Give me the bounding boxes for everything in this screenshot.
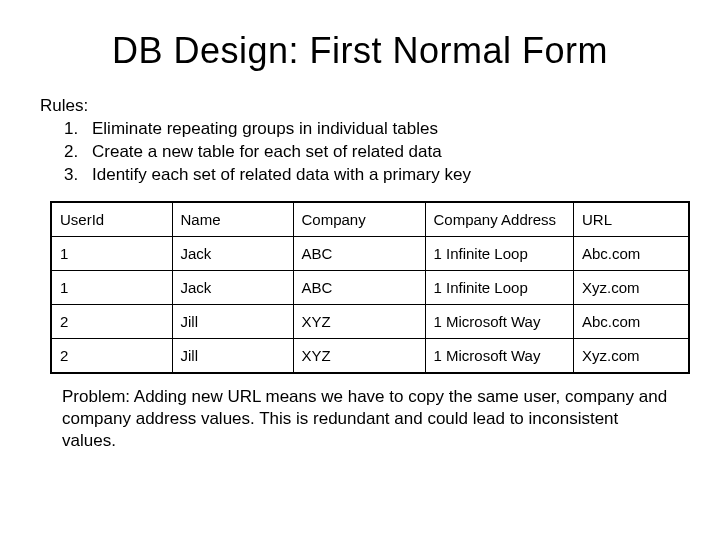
table-row: 1 Jack ABC 1 Infinite Loop Abc.com bbox=[51, 236, 689, 270]
col-header-name: Name bbox=[172, 202, 293, 237]
cell-name: Jack bbox=[172, 236, 293, 270]
cell-name: Jill bbox=[172, 338, 293, 373]
problem-text: Problem: Adding new URL means we have to… bbox=[62, 386, 670, 452]
table-row: 2 Jill XYZ 1 Microsoft Way Xyz.com bbox=[51, 338, 689, 373]
rule-item: 1. Eliminate repeating groups in individ… bbox=[40, 118, 680, 141]
cell-address: 1 Infinite Loop bbox=[425, 270, 574, 304]
cell-userid: 1 bbox=[51, 236, 172, 270]
cell-userid: 2 bbox=[51, 338, 172, 373]
rule-number: 1. bbox=[40, 118, 74, 141]
rule-text: Create a new table for each set of relat… bbox=[74, 141, 442, 164]
rules-label: Rules: bbox=[40, 96, 680, 116]
cell-url: Abc.com bbox=[574, 236, 690, 270]
rule-text: Identify each set of related data with a… bbox=[74, 164, 471, 187]
data-table: UserId Name Company Company Address URL … bbox=[50, 201, 690, 374]
cell-url: Xyz.com bbox=[574, 338, 690, 373]
cell-name: Jill bbox=[172, 304, 293, 338]
cell-userid: 1 bbox=[51, 270, 172, 304]
table-row: 2 Jill XYZ 1 Microsoft Way Abc.com bbox=[51, 304, 689, 338]
col-header-url: URL bbox=[574, 202, 690, 237]
rule-item: 3. Identify each set of related data wit… bbox=[40, 164, 680, 187]
cell-url: Xyz.com bbox=[574, 270, 690, 304]
page-title: DB Design: First Normal Form bbox=[40, 30, 680, 72]
rule-number: 3. bbox=[40, 164, 74, 187]
cell-company: XYZ bbox=[293, 338, 425, 373]
rule-text: Eliminate repeating groups in individual… bbox=[74, 118, 438, 141]
table-row: 1 Jack ABC 1 Infinite Loop Xyz.com bbox=[51, 270, 689, 304]
slide: DB Design: First Normal Form Rules: 1. E… bbox=[0, 0, 720, 540]
cell-address: 1 Microsoft Way bbox=[425, 304, 574, 338]
table-header-row: UserId Name Company Company Address URL bbox=[51, 202, 689, 237]
col-header-company: Company bbox=[293, 202, 425, 237]
rule-item: 2. Create a new table for each set of re… bbox=[40, 141, 680, 164]
cell-address: 1 Infinite Loop bbox=[425, 236, 574, 270]
cell-url: Abc.com bbox=[574, 304, 690, 338]
rules-list: 1. Eliminate repeating groups in individ… bbox=[40, 118, 680, 187]
cell-userid: 2 bbox=[51, 304, 172, 338]
rule-number: 2. bbox=[40, 141, 74, 164]
cell-company: ABC bbox=[293, 270, 425, 304]
cell-address: 1 Microsoft Way bbox=[425, 338, 574, 373]
col-header-userid: UserId bbox=[51, 202, 172, 237]
cell-company: XYZ bbox=[293, 304, 425, 338]
cell-company: ABC bbox=[293, 236, 425, 270]
cell-name: Jack bbox=[172, 270, 293, 304]
col-header-address: Company Address bbox=[425, 202, 574, 237]
